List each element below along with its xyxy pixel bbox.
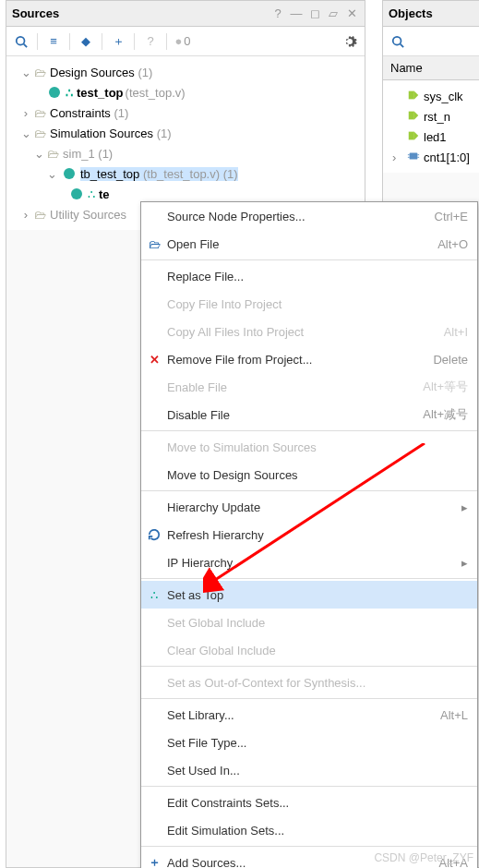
menu-item[interactable]: IP Hierarchy▸	[141, 549, 477, 576]
plus-icon: ＋	[141, 854, 167, 868]
menu-label: Set as Out-of-Context for Synthesis...	[167, 676, 477, 690]
chevron-right-icon[interactable]: ›	[19, 106, 32, 120]
svg-rect-5	[410, 152, 418, 159]
name-column[interactable]: Name	[383, 61, 430, 75]
object-row[interactable]: rst_n	[383, 106, 479, 127]
menu-item[interactable]: Replace File...	[141, 262, 477, 290]
svg-rect-6	[408, 154, 410, 155]
object-row[interactable]: sys_clk	[383, 86, 479, 106]
menu-label: Source Node Properties...	[167, 210, 435, 223]
object-row[interactable]: led1	[383, 127, 479, 147]
menu-item[interactable]: ∴Set as Top	[141, 581, 477, 609]
close-icon[interactable]: ✕	[344, 6, 359, 20]
menu-item: Enable FileAlt+等号	[141, 373, 477, 401]
help-icon[interactable]: ?	[270, 6, 285, 20]
menu-label: Disable File	[167, 408, 423, 422]
chevron-down-icon[interactable]: ⌄	[19, 127, 32, 140]
objects-columns: Name	[383, 56, 479, 80]
menu-item: Set Global Include	[141, 609, 477, 636]
design-sources-node[interactable]: ⌄🗁Design Sources (1)	[6, 62, 365, 82]
object-row[interactable]: ›cnt1[1:0]	[383, 147, 479, 167]
menu-label: Open File	[167, 237, 437, 251]
maximize-icon[interactable]: ▱	[326, 6, 341, 20]
top-icon: ∴	[141, 588, 167, 602]
menu-label: Copy File Into Project	[167, 297, 477, 311]
window-icon[interactable]: ◻	[307, 6, 322, 20]
register-icon	[407, 150, 420, 165]
open-icon: 🗁	[141, 237, 167, 251]
folder-icon: 🗁	[34, 127, 46, 140]
gear-icon[interactable]	[341, 32, 359, 51]
constraints-node[interactable]: ›🗁Constraints (1)	[6, 102, 365, 123]
port-icon	[407, 109, 420, 125]
menu-item[interactable]: Source Node Properties...Ctrl+E	[141, 202, 477, 230]
test-top-node[interactable]: ∴test_top (test_top.v)	[6, 82, 365, 102]
top-marker-icon: ∴	[66, 86, 73, 100]
chevron-right-icon[interactable]: ›	[19, 208, 32, 222]
submenu-arrow-icon: ▸	[461, 500, 477, 514]
port-icon	[407, 89, 420, 104]
search-icon[interactable]	[389, 32, 407, 51]
folder-icon: 🗁	[47, 147, 59, 161]
menu-label: Move to Design Sources	[167, 468, 477, 482]
objects-header: Objects	[383, 1, 479, 27]
sources-header: Sources ? — ◻ ▱ ✕	[6, 1, 365, 27]
refresh-icon	[141, 528, 167, 541]
menu-shortcut: Alt+O	[437, 237, 477, 251]
menu-item[interactable]: Move to Design Sources	[141, 461, 477, 488]
module-icon	[49, 87, 60, 98]
svg-rect-9	[417, 156, 419, 157]
menu-item[interactable]: Set Library...Alt+L	[141, 701, 477, 729]
menu-shortcut: Ctrl+E	[435, 210, 477, 223]
messages-icon[interactable]: ●0	[174, 32, 192, 51]
chevron-right-icon[interactable]: ›	[392, 151, 403, 164]
menu-item[interactable]: Set File Type...	[141, 729, 477, 756]
sort-icon[interactable]: ◆	[77, 32, 95, 51]
menu-label: Enable File	[167, 380, 423, 394]
sources-title: Sources	[12, 6, 270, 20]
object-name: led1	[424, 130, 447, 144]
chevron-down-icon[interactable]: ⌄	[45, 167, 58, 181]
module-icon	[64, 168, 75, 179]
chevron-down-icon[interactable]: ⌄	[19, 66, 32, 79]
svg-point-0	[17, 36, 25, 44]
simulation-sources-node[interactable]: ⌄🗁Simulation Sources (1)	[6, 123, 365, 143]
menu-label: Replace File...	[167, 270, 477, 283]
menu-label: Set Used In...	[167, 764, 477, 778]
menu-item[interactable]: Hierarchy Update▸	[141, 493, 477, 521]
module-icon	[71, 188, 82, 199]
svg-rect-8	[417, 154, 419, 155]
menu-label: Edit Simulation Sets...	[167, 824, 477, 838]
search-icon[interactable]	[12, 32, 30, 51]
menu-item[interactable]: Edit Simulation Sets...	[141, 816, 477, 844]
chevron-down-icon[interactable]: ⌄	[32, 147, 45, 161]
menu-item: Move to Simulation Sources	[141, 433, 477, 461]
context-menu: Source Node Properties...Ctrl+E🗁Open Fil…	[140, 201, 478, 868]
menu-item[interactable]: Disable FileAlt+减号	[141, 401, 477, 428]
menu-item[interactable]: Refresh Hierarchy	[141, 521, 477, 549]
menu-label: Set as Top	[167, 588, 477, 602]
sim1-node[interactable]: ⌄🗁sim_1 (1)	[6, 143, 365, 163]
menu-shortcut: Delete	[433, 353, 477, 367]
menu-item[interactable]: 🗁Open FileAlt+O	[141, 230, 477, 258]
sources-toolbar: ≡ ◆ ＋ ? ●0	[6, 27, 365, 56]
help2-icon[interactable]: ?	[141, 32, 160, 51]
folder-icon: 🗁	[34, 106, 46, 120]
menu-item[interactable]: ＋Add Sources...Alt+A	[141, 849, 477, 868]
menu-item[interactable]: Set Used In...	[141, 756, 477, 784]
menu-label: Set File Type...	[167, 736, 477, 750]
menu-item: Set as Out-of-Context for Synthesis...	[141, 669, 477, 696]
collapse-icon[interactable]: ≡	[44, 32, 63, 51]
inst-icon: ∴	[88, 187, 95, 201]
menu-item[interactable]: ✕Remove File from Project...Delete	[141, 345, 477, 373]
menu-item: Clear Global Include	[141, 636, 477, 664]
object-name: sys_clk	[424, 90, 463, 103]
menu-item[interactable]: Edit Constraints Sets...	[141, 789, 477, 816]
minimize-icon[interactable]: —	[289, 6, 304, 20]
menu-label: Set Global Include	[167, 616, 477, 630]
menu-shortcut: Alt+A	[439, 856, 477, 869]
submenu-arrow-icon: ▸	[461, 556, 477, 570]
tb-test-top-node[interactable]: ⌄tb_test_top (tb_test_top.v) (1)	[6, 163, 365, 184]
menu-label: Move to Simulation Sources	[167, 440, 477, 454]
add-icon[interactable]: ＋	[109, 32, 127, 51]
